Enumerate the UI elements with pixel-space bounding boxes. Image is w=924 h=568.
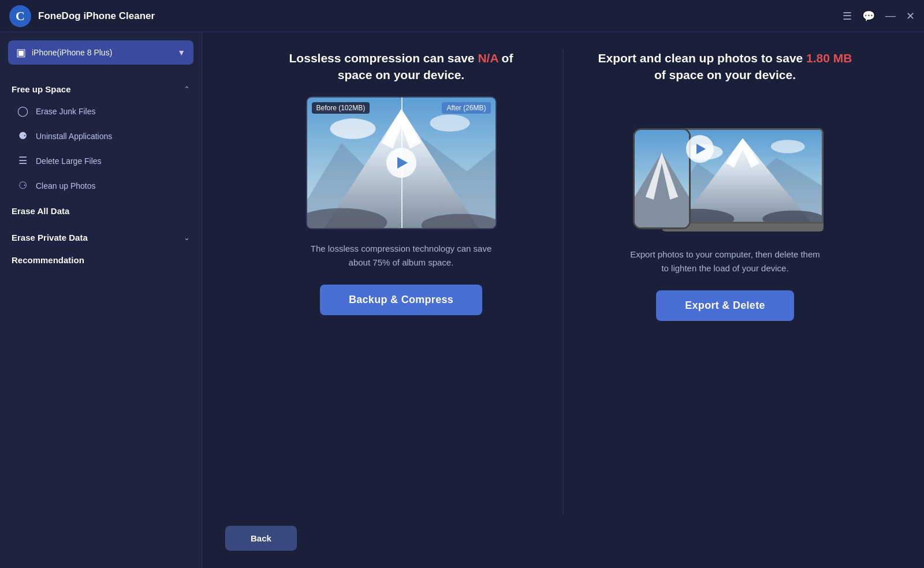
backup-compress-button[interactable]: Backup & Compress	[320, 285, 482, 315]
menu-icon[interactable]: ☰	[843, 10, 852, 23]
sidebar-section-title: Free up Space	[12, 84, 71, 94]
sidebar: ▣ iPhone(iPhone 8 Plus) ▼ Free up Space …	[0, 32, 202, 568]
close-icon[interactable]: ✕	[906, 10, 915, 23]
export-description: Export photos to your computer, then del…	[627, 248, 824, 275]
apps-icon: ⚈	[16, 130, 29, 142]
device-mockup	[621, 96, 829, 235]
nav-item-label: Delete Large Files	[36, 156, 102, 166]
chevron-down-icon: ⌄	[184, 233, 190, 242]
sidebar-section-erase-private[interactable]: Erase Private Data ⌄	[0, 225, 202, 247]
export-heading-prefix: Export and clean up photos to save	[598, 51, 807, 65]
compress-description: The lossless compression technology can …	[303, 242, 500, 270]
sidebar-section-title: Erase All Data	[12, 206, 69, 216]
nav-item-label: Erase Junk Files	[36, 107, 95, 116]
phone-screen	[635, 130, 689, 227]
chevron-down-icon: ▼	[177, 48, 185, 57]
main-content: Lossless compression can save N/A of spa…	[202, 32, 924, 568]
app-title: FoneDog iPhone Cleaner	[38, 10, 843, 22]
sidebar-item-clean-photos[interactable]: ⚆ Clean up Photos	[0, 173, 202, 198]
export-heading-highlight: 1.80 MB	[806, 51, 852, 65]
export-heading: Export and clean up photos to save 1.80 …	[598, 50, 852, 84]
sidebar-item-delete-large[interactable]: ☰ Delete Large Files	[0, 148, 202, 173]
sidebar-section-title: Recommendation	[12, 255, 84, 265]
before-after-image: Before (102MB) After (26MB)	[306, 96, 497, 229]
sidebar-item-erase-all-data[interactable]: Erase All Data	[0, 198, 202, 225]
device-play-button[interactable]	[686, 135, 714, 163]
window-controls: ☰ 💬 — ✕	[843, 10, 915, 23]
svg-text:C: C	[16, 9, 25, 23]
svg-point-17	[770, 140, 804, 153]
cards-row: Lossless compression can save N/A of spa…	[225, 50, 901, 514]
device-selector[interactable]: ▣ iPhone(iPhone 8 Plus) ▼	[8, 40, 193, 65]
chat-icon[interactable]: 💬	[862, 10, 875, 23]
sidebar-item-recommendation[interactable]: Recommendation	[0, 247, 202, 274]
export-card: Export and clean up photos to save 1.80 …	[598, 50, 852, 514]
cards-divider	[563, 50, 564, 514]
after-label: After (26MB)	[442, 102, 490, 114]
chevron-up-icon: ⌃	[184, 85, 190, 94]
list-icon: ☰	[16, 155, 29, 167]
compress-heading-prefix: Lossless compression can save	[289, 51, 478, 65]
play-triangle-icon	[696, 144, 706, 154]
back-button[interactable]: Back	[225, 526, 297, 551]
phone-icon: ▣	[16, 46, 26, 59]
play-triangle-icon	[397, 157, 408, 169]
clock-icon: ◯	[16, 105, 29, 117]
app-body: ▣ iPhone(iPhone 8 Plus) ▼ Free up Space …	[0, 32, 924, 568]
sidebar-section-title: Erase Private Data	[12, 233, 88, 242]
nav-item-label: Uninstall Applications	[36, 132, 112, 141]
bottom-bar: Back	[225, 514, 901, 556]
compress-heading-highlight: N/A	[478, 51, 498, 65]
compress-heading: Lossless compression can save N/A of spa…	[274, 50, 528, 84]
nav-item-label: Clean up Photos	[36, 181, 96, 190]
export-delete-button[interactable]: Export & Delete	[656, 290, 794, 321]
sidebar-item-erase-junk[interactable]: ◯ Erase Junk Files	[0, 99, 202, 124]
svg-point-9	[430, 114, 470, 131]
export-heading-suffix: of space on your device.	[654, 68, 796, 81]
titlebar: C FoneDog iPhone Cleaner ☰ 💬 — ✕	[0, 0, 924, 32]
phone-mockup	[633, 128, 691, 229]
minimize-icon[interactable]: —	[885, 10, 896, 22]
sidebar-item-uninstall-apps[interactable]: ⚈ Uninstall Applications	[0, 124, 202, 148]
svg-point-8	[330, 118, 375, 139]
before-label: Before (102MB)	[312, 102, 370, 114]
compress-card: Lossless compression can save N/A of spa…	[274, 50, 528, 514]
device-name: iPhone(iPhone 8 Plus)	[32, 48, 172, 57]
sidebar-section-free-up-space[interactable]: Free up Space ⌃	[0, 76, 202, 99]
photo-icon: ⚆	[16, 180, 29, 192]
play-button[interactable]	[386, 148, 416, 178]
app-logo: C	[9, 5, 31, 27]
sidebar-nav: Free up Space ⌃ ◯ Erase Junk Files ⚈ Uni…	[0, 70, 202, 568]
